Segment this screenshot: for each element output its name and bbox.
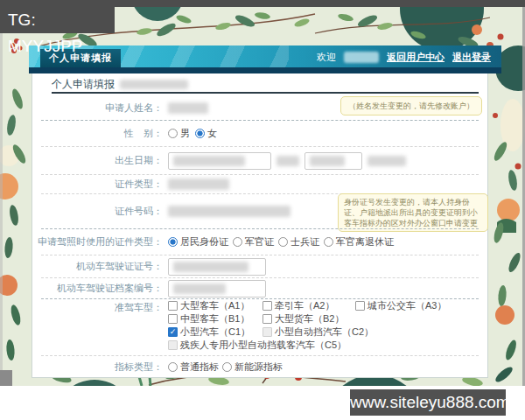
license-doc-type-label: 申请驾照时使用的证件类型： [32,235,163,248]
indicator-option-new-energy[interactable]: 新能源指标 [222,360,283,374]
row-id-type: 证件类型： [32,175,487,193]
row-vehicle-types: 准驾车型： 大型客车（A1） 牵引车（A2） 城市公交车（A3） [32,299,487,355]
option-label: 中型客车（B1） [180,312,249,326]
option-label: 大型客车（A1） [180,299,249,312]
radio-icon[interactable] [168,129,178,138]
license-doc-option-soldier[interactable]: 士兵证 [278,235,319,248]
checkbox-icon[interactable] [168,314,178,324]
option-label: 小型汽车（C1） [180,326,250,339]
radio-selected-icon[interactable] [195,129,205,138]
top-gray-strip [0,0,525,7]
vehicle-option-a3[interactable]: 城市公交车（A3） [355,299,446,312]
radio-icon[interactable] [168,362,178,372]
gender-option-label: 女 [207,127,217,140]
checkbox-icon[interactable] [355,301,365,311]
row-license-doc-type: 申请驾照时使用的证件类型： 居民身份证 军官证 士兵证 军官离退休证 [32,229,487,255]
welcome-label: 欢迎 [317,51,336,64]
birth-date-label: 出生日期： [32,154,163,167]
option-label: 居民身份证 [180,235,228,248]
dl-number-input[interactable] [168,258,266,276]
option-label: 士兵证 [290,235,319,248]
title-rule [52,92,479,94]
id-number-label: 证件号码： [32,205,163,218]
license-doc-option-resident-id[interactable]: 居民身份证 [168,235,228,248]
option-label: 普通指标 [180,360,219,374]
radio-selected-icon[interactable] [168,237,178,247]
header-bar: 个人申请填报 欢迎 返回用户中心 退出登录 [29,46,501,74]
page-title: 个人申请填报 [52,77,188,92]
vehicle-option-c5[interactable]: 残疾人专用小型自动挡载客汽车（C5） [168,339,346,352]
redacted-title-suffix [120,80,188,89]
checkbox-disabled-icon [262,327,272,337]
vehicle-option-a1[interactable]: 大型客车（A1） [168,299,262,312]
birth-month-field[interactable] [304,152,362,170]
checkbox-disabled-icon [168,340,178,350]
return-user-center-link[interactable]: 返回用户中心 [387,51,444,64]
radio-icon[interactable] [278,237,288,247]
site-watermark-badge: www.siteleyu888.com [350,389,506,416]
radio-icon[interactable] [324,237,333,247]
row-indicator-type: 指标类型： 普通指标 新能源指标 [32,356,487,377]
license-doc-option-officer[interactable]: 军官证 [233,235,274,248]
checkbox-checked-icon[interactable] [168,327,178,337]
dl-file-number-input[interactable] [168,280,266,298]
redacted-dl-number [173,262,248,272]
redacted-applicant-name [168,102,208,114]
vehicle-option-c2[interactable]: 小型自动挡汽车（C2） [262,326,374,339]
id-type-label: 证件类型： [32,178,163,191]
redacted-id-type [168,178,229,190]
indicator-type-label: 指标类型： [32,360,163,374]
redacted-birth-month [310,156,345,166]
option-label: 新能源指标 [234,360,283,374]
row-dl-number: 机动车驾驶证证号： [32,256,487,277]
option-label: 军官证 [245,235,274,248]
dl-file-number-label: 机动车驾驶证档案编号： [32,282,163,295]
dl-number-label: 机动车驾驶证证号： [32,260,163,273]
redacted-dl-file-number [173,284,226,294]
gender-option-male[interactable]: 男 [168,127,190,140]
checkbox-icon[interactable] [262,314,272,324]
redacted-birth-year [173,156,245,166]
logout-link[interactable]: 退出登录 [452,51,491,64]
vehicle-option-c1[interactable]: 小型汽车（C1） [168,326,262,339]
radio-icon[interactable] [233,237,242,247]
application-form-panel: 个人申请填报 申请人姓名： （姓名发生变更的，请先修改账户） 性 别： 男 女 … [32,74,488,378]
vehicle-option-a2[interactable]: 牵引车（A2） [262,299,355,312]
checkbox-icon[interactable] [262,301,272,311]
row-birth-date: 出生日期： [32,147,487,174]
option-label: 残疾人专用小型自动挡载客汽车（C5） [180,339,346,352]
gender-label: 性 别： [32,127,163,140]
license-doc-option-retired-officer[interactable]: 军官离退休证 [324,235,394,248]
vehicle-option-b2[interactable]: 大型货车（B2） [262,312,344,326]
option-label: 军官离退休证 [336,235,394,248]
header-user-area: 欢迎 返回用户中心 退出登录 [317,51,491,64]
option-label: 大型货车（B2） [275,312,344,326]
option-label: 牵引车（A2） [275,299,334,312]
option-label: 城市公交车（A3） [368,299,446,312]
birth-year-field[interactable] [168,152,271,170]
applicant-name-label: 申请人姓名： [32,102,163,115]
vehicle-types-label: 准驾车型： [32,299,163,314]
name-change-note: （姓名发生变更的，请先修改账户） [340,96,482,116]
indicator-option-ordinary[interactable]: 普通指标 [168,360,219,374]
radio-icon[interactable] [222,362,232,372]
tg-watermark-badge: TG: MYYJJPP [0,7,115,33]
row-dl-file-number: 机动车驾驶证档案编号： [32,278,487,298]
gender-option-female[interactable]: 女 [195,127,217,140]
redacted-username [344,52,379,63]
redacted-birth-day [368,156,406,166]
checkbox-icon[interactable] [168,301,178,311]
page-title-text: 个人申请填报 [52,77,115,92]
vehicle-option-b1[interactable]: 中型客车（B1） [168,312,262,326]
option-label: 小型自动挡汽车（C2） [275,326,374,339]
redacted-birth-text [276,156,299,166]
row-gender: 性 别： 男 女 [32,121,487,146]
redacted-id-number [168,206,290,217]
gender-option-label: 男 [180,127,190,140]
id-change-note: 身份证号发生变更的，请本人持身份证、户籍地派出所出具的变更证明到小客车指标办的区… [338,193,488,232]
